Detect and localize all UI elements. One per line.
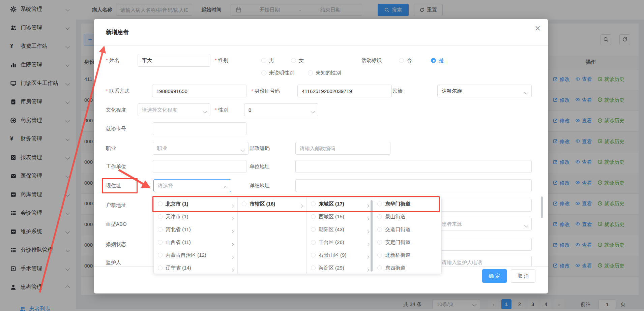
education-select[interactable]: 请选择文化程度 <box>138 103 210 116</box>
cascader-option-label: 海淀区 (29) <box>319 265 344 271</box>
current-address-label: 现住址 <box>106 183 121 189</box>
visit-card-input[interactable] <box>153 122 246 135</box>
cascader-option[interactable]: 市辖区 (16) <box>238 197 306 210</box>
radio-icon[interactable] <box>377 240 382 245</box>
job-select[interactable]: 职业 <box>153 142 248 155</box>
cascader-option-label: 东城区 (17) <box>319 201 344 207</box>
chevron-down-icon <box>203 108 206 114</box>
gender2-select[interactable]: 0 <box>244 103 318 116</box>
chevron-right-icon <box>231 215 233 221</box>
cascader-option-label: 辽宁省 (14) <box>166 265 191 271</box>
chevron-right-icon <box>231 267 233 272</box>
radio-icon[interactable] <box>158 240 163 245</box>
cascader-option[interactable]: 西城区 (15) <box>307 210 373 223</box>
cascader-option[interactable]: 北新桥街道 <box>373 249 441 261</box>
idcard-input[interactable] <box>297 85 392 97</box>
name-label: 姓名 <box>106 57 119 64</box>
cascader-option[interactable]: 东四街道 <box>373 261 441 274</box>
cascader-option[interactable]: 北京市 (1) <box>154 197 237 210</box>
radio-icon[interactable] <box>377 266 382 270</box>
chevron-right-icon <box>231 254 233 259</box>
radio-icon[interactable] <box>158 214 163 219</box>
postal-label: 邮政编码 <box>250 145 270 152</box>
cascader-option-label: 丰台区 (26) <box>319 239 344 246</box>
cascader-option-label: 景山街道 <box>385 214 405 220</box>
chevron-right-icon <box>367 215 369 221</box>
cascader-option[interactable]: 安定门街道 <box>373 236 441 249</box>
work-unit-input[interactable] <box>153 160 246 173</box>
cascader-option[interactable]: 景山街道 <box>373 210 441 223</box>
nation-select[interactable]: 达斡尔族 <box>437 85 532 97</box>
confirm-button[interactable]: 确 定 <box>482 269 507 283</box>
chevron-right-icon <box>367 241 369 247</box>
chevron-right-icon <box>231 241 233 247</box>
chevron-right-icon <box>300 203 302 208</box>
patient-source-select[interactable]: 患者来源 <box>437 218 532 230</box>
cascader-option[interactable]: 内蒙古自治区 (12) <box>154 249 237 261</box>
cascader-option-label: 石景山区 (9) <box>319 252 347 258</box>
gender-radio-female[interactable]: 女 <box>291 57 304 64</box>
registered-address-label: 户籍地址 <box>106 202 126 209</box>
radio-icon[interactable] <box>377 214 382 219</box>
cascader-option[interactable]: 朝阳区 (43) <box>307 223 373 236</box>
detail-address-input[interactable] <box>295 179 532 192</box>
name-input[interactable] <box>138 54 210 67</box>
cascader-option-label: 西城区 (15) <box>319 214 344 220</box>
active-radio-yes[interactable]: 是 <box>431 57 444 64</box>
cascader-option[interactable]: 河北省 (11) <box>154 223 237 236</box>
cascader-option-label: 东华门街道 <box>385 201 410 207</box>
cascader-option-label: 交道口街道 <box>385 226 410 233</box>
cascader-option[interactable]: 交道口街道 <box>373 223 441 236</box>
cascader-option[interactable]: 石景山区 (9) <box>307 249 373 261</box>
radio-icon[interactable] <box>311 201 316 206</box>
cascader-column-1: 北京市 (1)天津市 (1)河北省 (11)山西省 (11)内蒙古自治区 (12… <box>154 197 238 274</box>
radio-icon[interactable] <box>311 253 316 257</box>
contact-input[interactable] <box>152 85 246 97</box>
cascader-option[interactable]: 天津市 (1) <box>154 210 237 223</box>
gender-radio-unknown[interactable]: 未知的性别 <box>308 70 341 76</box>
cascader-option-label: 北京市 (1) <box>166 201 188 207</box>
radio-icon[interactable] <box>158 201 163 206</box>
cascader-option[interactable]: 丰台区 (26) <box>307 236 373 249</box>
cascader-option[interactable]: 东华门街道 <box>373 197 441 210</box>
marital-status-input[interactable] <box>437 238 532 251</box>
radio-icon[interactable] <box>158 227 163 232</box>
cascader-column-2: 市辖区 (16) <box>238 197 307 274</box>
education-placeholder: 请选择文化程度 <box>142 107 177 113</box>
cascader-scrollbar[interactable] <box>371 200 373 272</box>
chevron-right-icon <box>367 267 369 272</box>
radio-icon[interactable] <box>158 266 163 270</box>
radio-icon[interactable] <box>311 214 316 219</box>
radio-icon[interactable] <box>311 240 316 245</box>
radio-icon[interactable] <box>311 266 316 270</box>
cascader-option[interactable]: 东城区 (17) <box>307 197 373 210</box>
unit-address-input[interactable] <box>295 160 532 173</box>
active-radio-no[interactable]: 否 <box>399 57 412 64</box>
cascader-option[interactable]: 海淀区 (29) <box>307 261 373 274</box>
cascader-option-label: 山西省 (11) <box>166 239 191 246</box>
cancel-button[interactable]: 取 消 <box>511 269 535 283</box>
chevron-right-icon <box>367 228 369 234</box>
radio-icon[interactable] <box>158 253 163 257</box>
radio-icon[interactable] <box>377 201 382 206</box>
blood-type-label: 血型ABO <box>106 221 127 227</box>
radio-icon[interactable] <box>242 201 246 206</box>
cascader-option[interactable]: 山西省 (11) <box>154 236 237 249</box>
close-icon[interactable]: ✕ <box>535 25 541 32</box>
current-address-cascader-select[interactable]: 请选择 <box>153 179 231 192</box>
modal-scrollbar[interactable] <box>541 196 543 218</box>
radio-icon[interactable] <box>377 253 382 257</box>
radio-icon[interactable] <box>311 227 316 232</box>
gender-radio-male[interactable]: 男 <box>261 57 274 64</box>
postal-input[interactable] <box>295 142 390 155</box>
cascader-option[interactable]: 辽宁省 (14) <box>154 261 237 274</box>
idcard-label: 身份证号码 <box>251 88 280 94</box>
chevron-right-icon <box>367 254 369 259</box>
gender-radio-unstated[interactable]: 未说明性别 <box>261 70 294 76</box>
work-unit-label: 工作单位 <box>106 163 126 170</box>
cascader-option-label: 安定门街道 <box>385 239 410 246</box>
chevron-right-icon <box>367 203 369 208</box>
education-label: 文化程度 <box>106 107 126 113</box>
chevron-down-icon <box>241 147 244 153</box>
radio-icon[interactable] <box>377 227 382 232</box>
